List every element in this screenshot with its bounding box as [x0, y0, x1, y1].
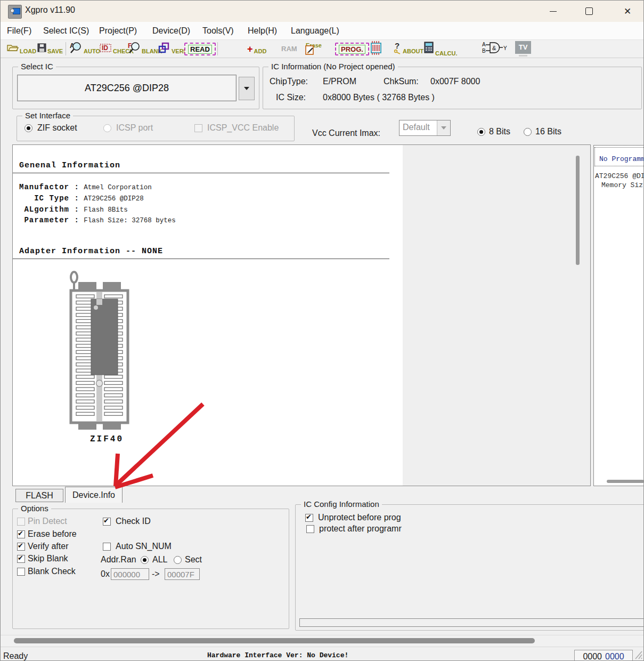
- counter-b: 0000: [605, 652, 624, 661]
- pin-detect-label: Pin Detect: [28, 517, 67, 526]
- menu-device[interactable]: Device(D): [150, 25, 192, 37]
- window-hscrollbar-thumb[interactable]: [14, 638, 535, 643]
- adapter-info-heading: Adapter Information -- NONE: [19, 247, 163, 256]
- blank-button[interactable]: F BLANK: [128, 40, 162, 58]
- load-button[interactable]: LOAD: [7, 40, 36, 58]
- select-ic-group-label: Select IC: [18, 62, 56, 71]
- protect-checkbox[interactable]: [306, 525, 314, 533]
- menu-tools[interactable]: Tools(V): [200, 25, 236, 37]
- ram-button[interactable]: RAM: [281, 40, 297, 58]
- blank-check-checkbox[interactable]: [17, 568, 25, 576]
- plus-icon: +: [247, 44, 253, 54]
- socket-label: ZIF40: [90, 434, 124, 444]
- minimize-button[interactable]: [541, 1, 565, 22]
- set-interface-group: Set Interface ZIF socket ICSP port ICSP_…: [17, 116, 295, 141]
- minimize-icon: [550, 11, 557, 12]
- select-ic-dropdown-button[interactable]: [239, 77, 255, 100]
- vcc-dropdown-button[interactable]: [437, 120, 450, 135]
- row-value: Flash 8Bits: [84, 206, 128, 214]
- menu-project[interactable]: Project(P): [97, 25, 139, 37]
- ic-config-group-label: IC Config Information: [301, 499, 382, 509]
- general-info-heading: Genenal Information: [19, 161, 120, 170]
- read-button[interactable]: READ: [184, 40, 216, 58]
- addr-range-label: Addr.Ran: [101, 555, 136, 565]
- icsp-vcc-checkbox[interactable]: [194, 124, 202, 132]
- check-id-icon: ID: [99, 42, 112, 56]
- floppy-save-icon: [37, 43, 46, 54]
- check-id-label: Check ID: [116, 517, 151, 526]
- tab-flash[interactable]: FLASH: [15, 489, 63, 502]
- status-line-3: Memory Siz: [601, 181, 643, 189]
- menu-bar: File(F) Select IC(S) Project(P) Device(D…: [1, 22, 643, 40]
- menu-language[interactable]: Language(L): [289, 25, 341, 37]
- auto-sn-checkbox[interactable]: [103, 543, 111, 551]
- menu-help[interactable]: Help(H): [246, 25, 279, 37]
- skip-blank-checkbox[interactable]: [17, 555, 25, 563]
- ram-icon: RAM: [281, 45, 297, 53]
- icsp-port-label: ICSP port: [116, 123, 153, 133]
- title-bar: Xgpro v11.90 ✕: [1, 1, 643, 22]
- maximize-icon: [585, 7, 593, 15]
- row-label: Parameter :: [19, 216, 79, 224]
- vcc-imax-value: Default: [403, 123, 430, 132]
- tv-glyph: TV: [519, 43, 528, 51]
- row-label: ALgorithm :: [19, 205, 79, 214]
- auto-button[interactable]: A AUTO: [70, 40, 100, 58]
- verify-after-checkbox[interactable]: [17, 543, 25, 551]
- status-line-2: AT29C256 @DI: [595, 172, 644, 180]
- zif-socket-radio[interactable]: [25, 124, 32, 132]
- erase-button[interactable]: Erase: [306, 40, 315, 58]
- erase-before-label: Erase before: [28, 529, 77, 539]
- chiptype-value: E/PROM: [323, 77, 356, 86]
- vcc-imax-dropdown[interactable]: Default: [399, 120, 451, 136]
- close-button[interactable]: ✕: [615, 1, 640, 22]
- bits8-radio[interactable]: [477, 128, 485, 136]
- pin-detect-checkbox[interactable]: [17, 518, 25, 526]
- maximize-button[interactable]: [577, 1, 601, 22]
- menu-file[interactable]: File(F): [5, 25, 34, 37]
- prog-button[interactable]: PROG.: [335, 40, 369, 58]
- calcu-button[interactable]: CALCU.: [423, 40, 458, 58]
- status-line-1: No Programm: [599, 155, 644, 163]
- menu-select-ic[interactable]: Select IC(S): [41, 25, 91, 37]
- toolbar: LOAD SAVE A AUTO ID CHECK: [1, 40, 643, 58]
- selected-ic-display[interactable]: AT29C256 @DIP28: [17, 75, 237, 101]
- erase-before-checkbox[interactable]: [17, 530, 25, 538]
- options-group: Options Pin Detect Erase before Verify a…: [12, 509, 289, 629]
- verify-after-label: Verify after: [28, 542, 68, 551]
- panel-vscrollbar-thumb[interactable]: [576, 156, 580, 265]
- logic-test-button[interactable]: A B & Y: [482, 40, 507, 58]
- list-hscrollbar-thumb[interactable]: [607, 480, 644, 483]
- blank-magnifier-icon: F: [128, 42, 141, 57]
- chiptype-label: ChipType:: [270, 77, 308, 86]
- counter-box: 0000 0000: [574, 650, 633, 661]
- skip-blank-label: Skip Blank: [28, 554, 68, 563]
- verify-squares-icon: [158, 42, 170, 57]
- bits16-radio[interactable]: [524, 128, 532, 136]
- vcc-imax-label: Vcc Current Imax:: [312, 128, 380, 138]
- chip-test-button[interactable]: [368, 40, 384, 58]
- logic-gate-icon: A B & Y: [482, 41, 507, 58]
- unprotect-checkbox[interactable]: [305, 514, 313, 522]
- range-to-input[interactable]: [165, 568, 200, 580]
- addr-all-radio[interactable]: [141, 556, 149, 564]
- addr-sect-radio[interactable]: [174, 556, 182, 564]
- ic-size-value: 0x8000 Bytes ( 32768 Bytes ): [323, 93, 435, 102]
- about-button[interactable]: ? ABOUT: [393, 40, 423, 58]
- icsp-vcc-label: ICSP_VCC Enable: [207, 123, 279, 133]
- icsp-port-radio[interactable]: [103, 124, 111, 132]
- toolbar-separator: [217, 42, 218, 55]
- status-bar: Ready Hardware Interface Ver: No Device!…: [1, 647, 643, 661]
- tab-device-info[interactable]: Device.Info: [65, 487, 123, 503]
- range-from-input[interactable]: [111, 568, 149, 580]
- resize-grip-icon[interactable]: [634, 650, 643, 660]
- app-icon: [8, 5, 22, 19]
- hardware-status: Hardware Interface Ver: No Device!: [207, 651, 348, 659]
- close-icon: ✕: [624, 7, 631, 16]
- save-button[interactable]: SAVE: [37, 40, 63, 58]
- tab-device-info-label: Device.Info: [72, 490, 115, 500]
- tv-button[interactable]: TV: [515, 40, 531, 58]
- list-item[interactable]: No Programm: [595, 148, 644, 166]
- check-id-checkbox[interactable]: [103, 518, 111, 526]
- add-button[interactable]: + ADD: [247, 40, 266, 58]
